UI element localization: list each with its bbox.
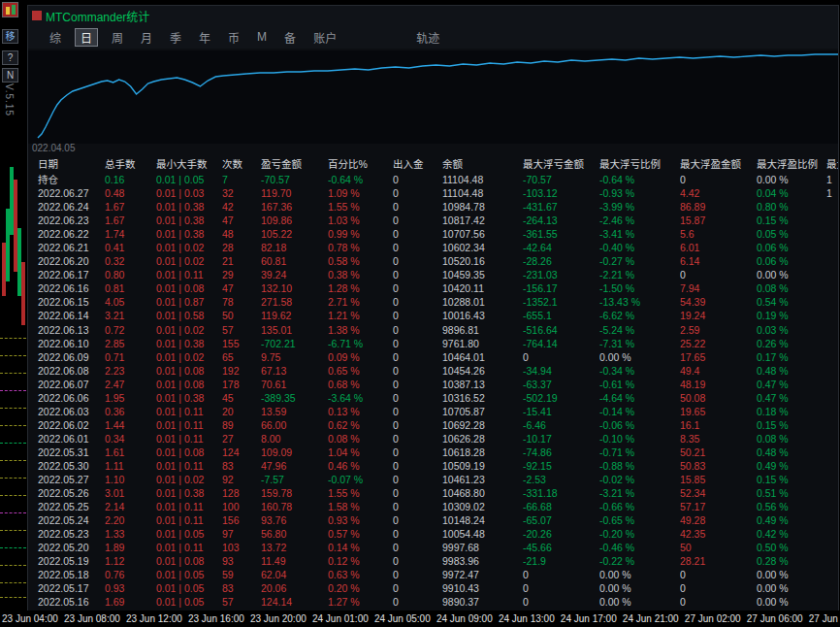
table-row[interactable]: 2022.06.231.670.01 | 0.3847109.861.03 %0…: [28, 214, 838, 227]
table-row[interactable]: 2022.06.154.050.01 | 0.8778271.582.71 %0…: [28, 295, 838, 309]
column-header: 百分比%: [328, 157, 393, 172]
menu-tab-轨迹[interactable]: 轨迹: [412, 28, 443, 47]
table-row[interactable]: 2022.06.200.320.01 | 0.022160.810.58 %01…: [28, 254, 838, 268]
table-header-row: 日期总手数最小大手数次数盈亏金额百分比%出入金余额最大浮亏金额最大浮亏比例最大浮…: [28, 157, 838, 172]
n-label: N: [7, 70, 14, 81]
table-row[interactable]: 2022.06.130.720.01 | 0.0257135.011.38 %0…: [28, 323, 838, 337]
table-row[interactable]: 2022.06.010.340.01 | 0.11278.000.08 %010…: [28, 432, 838, 446]
table-row[interactable]: 2022.05.161.690.01 | 0.0557124.141.27 %0…: [28, 595, 838, 609]
time-label: 23 Jun 12:00: [126, 613, 182, 624]
table-row[interactable]: 2022.06.030.360.01 | 0.112013.590.13 %01…: [28, 405, 838, 418]
table-row[interactable]: 2022.05.311.610.01 | 0.08124109.091.04 %…: [28, 446, 838, 459]
column-header: 余额: [442, 157, 523, 172]
table-row[interactable]: 2022.05.271.100.01 | 0.0292-7.57-0.07 %0…: [28, 473, 838, 486]
time-label: 23 Jun 08:00: [64, 613, 120, 624]
time-label: 27 Jun: [809, 613, 838, 624]
table-row[interactable]: 2022.06.210.410.01 | 0.022882.180.78 %01…: [28, 241, 838, 254]
column-header: 最大浮亏比例: [599, 157, 680, 172]
table-row[interactable]: 2022.05.252.140.01 | 0.11100160.781.58 %…: [28, 500, 838, 513]
title-bar[interactable]: MTCommander统计: [28, 6, 838, 25]
level-line: [0, 425, 26, 426]
column-header: 最大: [826, 157, 838, 172]
table-row[interactable]: 2022.06.021.440.01 | 0.118966.000.62 %01…: [28, 418, 838, 432]
menu-tab-季[interactable]: 季: [166, 28, 185, 47]
time-label: 27 Jun 06:00: [747, 613, 803, 624]
menu-tab-币[interactable]: 币: [224, 28, 243, 47]
level-line: [0, 460, 26, 461]
time-label: 23 Jun 04:00: [2, 613, 58, 624]
table-row[interactable]: 2022.05.180.760.01 | 0.055962.040.63 %09…: [28, 568, 838, 581]
time-label: 24 Jun 13:00: [499, 613, 555, 624]
table-row[interactable]: 2022.05.242.200.01 | 0.1115693.760.93 %0…: [28, 513, 838, 527]
level-line: [0, 373, 26, 374]
table-row[interactable]: 2022.06.221.740.01 | 0.3848105.220.99 %0…: [28, 227, 838, 241]
screen: 移 ? N V.5.15 MTCommander统计 综日周月季年币M备账户轨迹…: [0, 0, 840, 627]
column-header: 次数: [222, 157, 261, 172]
menu-bar: 综日周月季年币M备账户轨迹: [28, 25, 838, 49]
table-row[interactable]: 2022.05.263.010.01 | 0.38128159.781.55 %…: [28, 486, 838, 500]
table-row[interactable]: 2022.06.061.950.01 | 0.3845-389.35-3.64 …: [28, 391, 838, 405]
menu-tab-账户[interactable]: 账户: [309, 28, 340, 47]
table-row[interactable]: 2022.06.090.710.01 | 0.02659.750.09 %010…: [28, 350, 838, 364]
time-label: 24 Jun 05:00: [374, 613, 431, 624]
chart-start-date: 022.04.05: [32, 143, 76, 153]
time-label: 24 Jun 01:00: [312, 613, 369, 624]
level-line: [0, 597, 26, 598]
table-row[interactable]: 持仓0.160.01 | 0.057-70.57-0.64 %011104.48…: [28, 173, 838, 186]
table-row[interactable]: 2022.05.231.330.01 | 0.059756.800.57 %01…: [28, 527, 838, 541]
move-tool-button[interactable]: 移: [2, 29, 18, 44]
level-line: [0, 390, 26, 391]
table-row[interactable]: 2022.06.143.210.01 | 0.5850119.621.21 %0…: [28, 309, 838, 322]
n-button[interactable]: N: [2, 68, 18, 82]
time-label: 24 Jun 17:00: [561, 613, 617, 624]
table-row[interactable]: 2022.06.170.800.01 | 0.112939.240.38 %01…: [28, 268, 838, 281]
menu-tab-备[interactable]: 备: [280, 28, 300, 47]
menu-tab-日[interactable]: 日: [75, 28, 98, 47]
equity-curve-line: [38, 54, 838, 138]
level-line: [0, 530, 26, 531]
time-label: 23 Jun 16:00: [188, 613, 244, 624]
window-title: MTCommander统计: [46, 8, 149, 24]
table-row[interactable]: 2022.05.170.930.01 | 0.058320.060.20 %09…: [28, 581, 838, 595]
equity-curve-svg: [28, 50, 838, 144]
column-header: 出入金: [393, 157, 442, 172]
level-line: [0, 478, 26, 478]
table-row[interactable]: 2022.06.160.810.01 | 0.0847132.101.28 %0…: [28, 281, 838, 295]
table-row[interactable]: 2022.06.270.480.01 | 0.0332119.701.09 %0…: [28, 186, 838, 200]
column-header: 最大浮盈金额: [680, 157, 757, 172]
equity-chart: [28, 50, 838, 144]
menu-tab-年[interactable]: 年: [195, 28, 214, 47]
level-line: [0, 565, 26, 566]
time-label: 23 Jun 20:00: [250, 613, 307, 624]
move-tool-label: 移: [6, 31, 16, 42]
level-line: [0, 408, 26, 409]
time-axis: 23 Jun 04:0023 Jun 08:0023 Jun 12:0023 J…: [0, 610, 840, 627]
table-row[interactable]: 2022.06.072.470.01 | 0.0817870.610.68 %0…: [28, 378, 838, 391]
help-label: ?: [8, 52, 14, 63]
table-row[interactable]: 2022.06.082.230.01 | 0.0819267.130.65 %0…: [28, 364, 838, 378]
menu-tab-M[interactable]: M: [253, 29, 271, 45]
table-body: 持仓0.160.01 | 0.057-70.57-0.64 %011104.48…: [28, 173, 838, 610]
app-icon: [2, 2, 18, 17]
level-line: [0, 495, 26, 496]
menu-tab-综[interactable]: 综: [46, 28, 65, 47]
menu-tab-周[interactable]: 周: [108, 28, 127, 47]
stats-window: MTCommander统计 综日周月季年币M备账户轨迹 022.04.05 日期…: [27, 5, 839, 611]
time-label: 24 Jun 09:00: [436, 613, 493, 624]
candlestick: [21, 262, 25, 325]
window-icon: [32, 11, 42, 20]
column-header: 最大浮盈比例: [757, 157, 826, 172]
column-header: 最大浮亏金额: [523, 157, 599, 172]
column-header: 盈亏金额: [261, 157, 328, 172]
help-button[interactable]: ?: [2, 50, 18, 65]
table-row[interactable]: 2022.05.201.890.01 | 0.1110313.720.14 %0…: [28, 541, 838, 554]
level-line: [0, 355, 26, 356]
time-label: 24 Jun 21:00: [623, 613, 679, 624]
menu-tab-月[interactable]: 月: [137, 28, 156, 47]
table-row[interactable]: 2022.06.102.850.01 | 0.38155-702.21-6.71…: [28, 337, 838, 350]
table-row[interactable]: 2022.06.241.670.01 | 0.3842167.361.55 %0…: [28, 200, 838, 214]
table-row[interactable]: 2022.05.191.120.01 | 0.089311.490.12 %09…: [28, 554, 838, 568]
column-header: 最小大手数: [156, 157, 222, 172]
level-line: [0, 338, 26, 339]
table-row[interactable]: 2022.05.301.110.01 | 0.118347.960.46 %01…: [28, 459, 838, 473]
